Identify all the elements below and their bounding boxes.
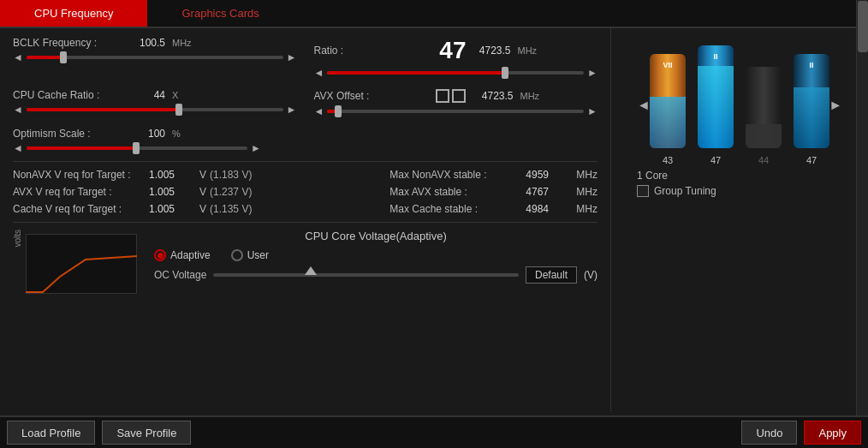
group-tuning-label: Group Tuning [654,185,716,197]
cylinder-body-1: II [697,45,734,148]
stat-extra-1: (1.237 V) [210,186,252,198]
bclk-value: 100.5 [131,37,165,49]
stat-unit-1: V [199,186,206,198]
ratio-slider-track[interactable] [327,71,584,75]
cache-slider-track[interactable] [27,108,283,111]
ratio-label: Ratio : [314,45,425,57]
voltage-title: CPU Core Voltage(Adaptive) [154,230,597,242]
user-radio[interactable]: User [231,249,269,261]
right-panel: ◄ VII 43 [611,28,868,411]
ratio-control: Ratio : 47 4723.5 MHz ◄ ► [314,37,598,86]
bclk-label: BCLK Frequency : [13,37,124,49]
optimism-label: Optimism Scale : [13,128,124,140]
optimism-unit: % [172,128,181,139]
cache-ratio-slider-row: ◄ ► [13,104,297,116]
avx-unit: MHz [520,91,540,101]
optimism-slider-track[interactable] [27,146,247,150]
voltage-chart-svg [26,234,137,294]
oc-voltage-value[interactable]: Default [526,266,577,284]
stat-value-1: 1.005 [149,186,196,198]
avx-slider-right[interactable]: ► [587,105,597,117]
oc-voltage-label: OC Voltage [154,269,206,281]
ratio-slider-row: ◄ ► [314,67,598,79]
ratio-slider-right[interactable]: ► [587,67,597,79]
left-panel: BCLK Frequency : 100.5 MHz ◄ ► Ratio : [0,28,611,411]
stat-extra-0: (1.183 V) [210,169,252,181]
avx-label: AVX Offset : [314,90,425,102]
cylinders-container: VII 43 II 47 [637,45,842,165]
voltage-mode-row: Adaptive User [154,249,597,261]
optimism-value: 100 [131,128,165,140]
cyl-label-3: 47 [806,155,817,165]
group-tuning-checkbox[interactable] [637,185,649,197]
stat-stable-label-1: Max AVX stable : [389,186,522,198]
user-label: User [247,249,269,261]
adaptive-label: Adaptive [170,249,211,261]
stat-stable-unit-1: MHz [576,186,597,198]
footer: Load Profile Save Profile Undo Apply [0,415,868,448]
ratio-mhz: 4723.5 [477,45,511,57]
avx-value: 4723.5 [479,90,514,102]
load-profile-button[interactable]: Load Profile [7,421,95,445]
stat-stable-value-1: 4767 [526,186,573,198]
ratio-value: 47 [432,37,467,64]
cylinder-body-0: VII [649,54,687,148]
cache-slider-right[interactable]: ► [287,104,297,116]
stat-row-2: Cache V req for Target : 1.005 V (1.135 … [13,203,597,215]
bclk-slider-right[interactable]: ► [287,51,297,63]
tab-cpu-frequency[interactable]: CPU Frequency [0,0,147,27]
cache-ratio-label: CPU Cache Ratio : [13,89,124,101]
main-content: BCLK Frequency : 100.5 MHz ◄ ► Ratio : [0,28,868,411]
undo-button[interactable]: Undo [741,421,797,445]
stat-row-1: AVX V req for Target : 1.005 V (1.237 V)… [13,186,597,198]
avx-squares [436,89,466,103]
user-radio-circle[interactable] [231,249,243,261]
bclk-control: BCLK Frequency : 100.5 MHz ◄ ► [13,37,297,86]
voltage-chart [26,234,137,294]
avx-sq2 [452,89,466,103]
cyl-label-0: 43 [663,155,673,165]
scrollbar-track[interactable] [856,28,868,411]
cylinders-nav-right[interactable]: ► [824,93,847,117]
cylinder-1: II 47 [697,45,734,165]
optimism-control: Optimism Scale : 100 % ◄ ► [13,128,597,154]
cylinders-nav-wrapper: ◄ VII 43 [637,45,842,165]
tab-graphics-cards[interactable]: Graphics Cards [147,0,293,27]
cylinder-0: VII 43 [649,54,687,165]
cylinder-body-2 [745,67,782,148]
group-tuning-row: Group Tuning [637,185,859,197]
stat-value-0: 1.005 [149,169,196,181]
cache-ratio-unit: X [172,90,178,100]
voltage-section: volts CPU Core Voltage(Adaptive) [13,230,597,294]
controls-grid: BCLK Frequency : 100.5 MHz ◄ ► Ratio : [13,37,597,128]
avx-offset-control: AVX Offset : 4723.5 MHz ◄ ► [314,89,598,124]
stat-label-0: NonAVX V req for Target : [13,169,146,181]
ratio-slider-left[interactable]: ◄ [314,67,324,79]
stats-section: NonAVX V req for Target : 1.005 V (1.183… [13,161,597,215]
cache-slider-left[interactable]: ◄ [13,104,23,116]
avx-slider-track[interactable] [327,110,584,113]
adaptive-radio-dot [158,253,163,259]
bclk-unit: MHz [172,38,192,48]
adaptive-radio-circle[interactable] [154,249,166,261]
scrollbar-thumb[interactable] [858,28,868,52]
save-profile-button[interactable]: Save Profile [102,421,191,445]
optimism-slider-row: ◄ ► [13,142,261,154]
cylinder-2: 44 [745,67,782,165]
stat-row-0: NonAVX V req for Target : 1.005 V (1.183… [13,169,597,181]
stat-value-2: 1.005 [149,203,196,215]
apply-button[interactable]: Apply [804,421,861,445]
oc-slider[interactable] [213,273,519,277]
avx-slider-left[interactable]: ◄ [314,105,324,117]
stat-stable-label-0: Max NonAVX stable : [389,169,522,181]
avx-sq1 [436,89,449,103]
oc-voltage-unit: (V) [584,269,597,281]
stat-stable-unit-0: MHz [576,169,597,181]
optimism-slider-right[interactable]: ► [251,142,261,154]
bclk-slider-track[interactable] [27,56,283,59]
oc-voltage-row: OC Voltage Default (V) [154,266,597,284]
adaptive-radio[interactable]: Adaptive [154,249,211,261]
cache-ratio-control: CPU Cache Ratio : 44 X ◄ ► [13,89,297,124]
bclk-slider-left[interactable]: ◄ [13,51,23,63]
optimism-slider-left[interactable]: ◄ [13,142,23,154]
